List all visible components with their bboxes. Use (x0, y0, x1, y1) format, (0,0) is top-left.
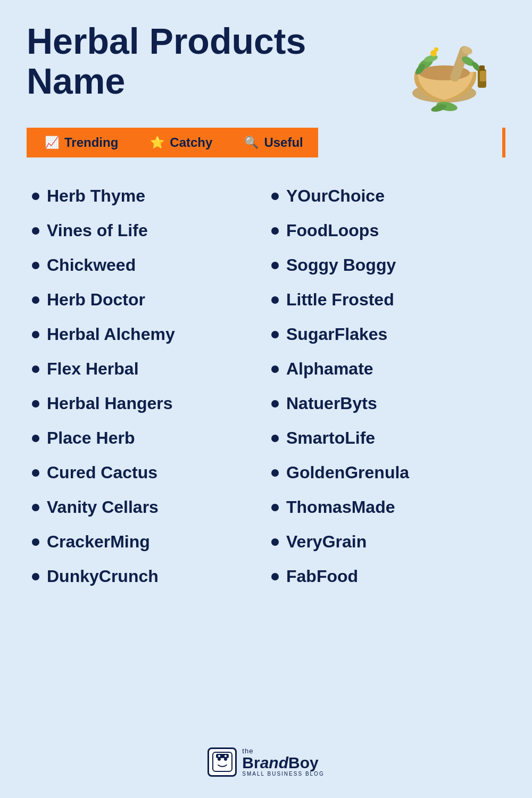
bullet-dot (271, 573, 279, 580)
item-text: Herbal Alchemy (47, 325, 175, 344)
item-text: Herb Thyme (47, 186, 145, 206)
item-text: CrackerMing (47, 532, 150, 552)
list-item: Alphamate (266, 352, 505, 386)
list-item: Cured Cactus (27, 455, 266, 490)
svg-point-20 (218, 755, 220, 757)
header: Herbal Products Name (27, 21, 505, 117)
bullet-dot (32, 227, 39, 235)
bullet-dot (32, 193, 39, 200)
page-title: Herbal Products Name (27, 21, 306, 101)
tab-trending[interactable]: 📈 Trending (30, 128, 133, 157)
item-text: DunkyCrunch (47, 567, 159, 586)
list-item: Herbal Alchemy (27, 317, 266, 352)
item-text: Soggy Boggy (286, 255, 396, 275)
item-text: Flex Herbal (47, 359, 139, 379)
item-text: Cured Cactus (47, 463, 157, 483)
trending-icon: 📈 (45, 136, 59, 149)
item-text: FabFood (286, 567, 358, 586)
item-text: Herbal Hangers (47, 394, 173, 413)
list-item: Vanity Cellars (27, 490, 266, 525)
list-item: SugarFlakes (266, 317, 505, 352)
item-text: Vanity Cellars (47, 497, 159, 517)
bullet-dot (32, 400, 39, 408)
list-item: FabFood (266, 559, 505, 594)
bullet-dot (271, 193, 279, 200)
bullet-dot (32, 469, 39, 477)
bullet-dot (32, 331, 39, 338)
bullet-dot (32, 262, 39, 269)
item-text: Alphamate (286, 359, 373, 379)
bullet-dot (271, 469, 279, 477)
item-text: Chickweed (47, 255, 136, 275)
bullet-dot (271, 365, 279, 373)
bullet-dot (32, 573, 39, 580)
hero-image (388, 21, 505, 117)
bullet-dot (32, 504, 39, 511)
item-text: ThomasMade (286, 497, 395, 517)
logo-tagline: SMALL BUSINESS BLOG (242, 771, 324, 777)
bullet-dot (271, 435, 279, 442)
item-text: Herb Doctor (47, 290, 145, 310)
item-text: FoodLoops (286, 221, 379, 240)
logo-brand-name: BrandBoy (242, 755, 318, 771)
list-item: SmartoLife (266, 421, 505, 455)
tab-useful[interactable]: 🔍 Useful (229, 128, 318, 157)
list-item: Chickweed (27, 248, 266, 282)
svg-rect-19 (216, 754, 229, 758)
bullet-dot (271, 331, 279, 338)
bullet-dot (32, 435, 39, 442)
page-wrapper: Herbal Products Name (0, 0, 532, 798)
footer: the BrandBoy SMALL BUSINESS BLOG (27, 736, 505, 782)
item-text: Place Herb (47, 428, 135, 448)
item-text: NatuerByts (286, 394, 377, 413)
catchy-icon: ⭐ (150, 136, 164, 149)
tab-useful-label: Useful (264, 135, 303, 150)
bullet-dot (32, 365, 39, 373)
list-item: VeryGrain (266, 525, 505, 559)
right-list-column: YOurChoice FoodLoops Soggy Boggy Little … (266, 179, 505, 720)
list-item: DunkyCrunch (27, 559, 266, 594)
item-text: GoldenGrenula (286, 463, 409, 483)
left-list-column: Herb Thyme Vines of Life Chickweed Herb … (27, 179, 266, 720)
list-item: Vines of Life (27, 213, 266, 248)
list-item: Herb Thyme (27, 179, 266, 213)
bullet-dot (271, 400, 279, 408)
item-text: YOurChoice (286, 186, 385, 206)
logo-icon (207, 747, 237, 777)
item-text: VeryGrain (286, 532, 367, 552)
svg-point-13 (434, 47, 438, 52)
logo-text-block: the BrandBoy SMALL BUSINESS BLOG (242, 747, 324, 777)
bullet-dot (271, 538, 279, 546)
list-item: YOurChoice (266, 179, 505, 213)
title-block: Herbal Products Name (27, 21, 306, 101)
list-item: ThomasMade (266, 490, 505, 525)
tabs-bar: 📈 Trending ⭐ Catchy 🔍 Useful (27, 128, 505, 157)
list-item: Herb Doctor (27, 282, 266, 317)
list-item: Herbal Hangers (27, 386, 266, 421)
item-text: Vines of Life (47, 221, 148, 240)
list-item: FoodLoops (266, 213, 505, 248)
svg-rect-11 (480, 71, 486, 81)
svg-rect-10 (479, 65, 485, 71)
bullet-dot (271, 296, 279, 304)
list-item: Flex Herbal (27, 352, 266, 386)
bullet-dot (32, 296, 39, 304)
list-item: Little Frosted (266, 282, 505, 317)
list-item: GoldenGrenula (266, 455, 505, 490)
item-text: SmartoLife (286, 428, 375, 448)
list-item: Place Herb (27, 421, 266, 455)
lists-container: Herb Thyme Vines of Life Chickweed Herb … (27, 179, 505, 720)
bullet-dot (271, 227, 279, 235)
tab-trending-label: Trending (64, 135, 118, 150)
bullet-dot (271, 262, 279, 269)
item-text: SugarFlakes (286, 325, 387, 344)
list-item: CrackerMing (27, 525, 266, 559)
useful-icon: 🔍 (244, 136, 259, 149)
bullet-dot (271, 504, 279, 511)
svg-point-21 (225, 755, 227, 757)
tab-catchy[interactable]: ⭐ Catchy (135, 128, 227, 157)
brand-logo: the BrandBoy SMALL BUSINESS BLOG (207, 747, 324, 777)
bullet-dot (32, 538, 39, 546)
tab-catchy-label: Catchy (170, 135, 212, 150)
list-item: Soggy Boggy (266, 248, 505, 282)
